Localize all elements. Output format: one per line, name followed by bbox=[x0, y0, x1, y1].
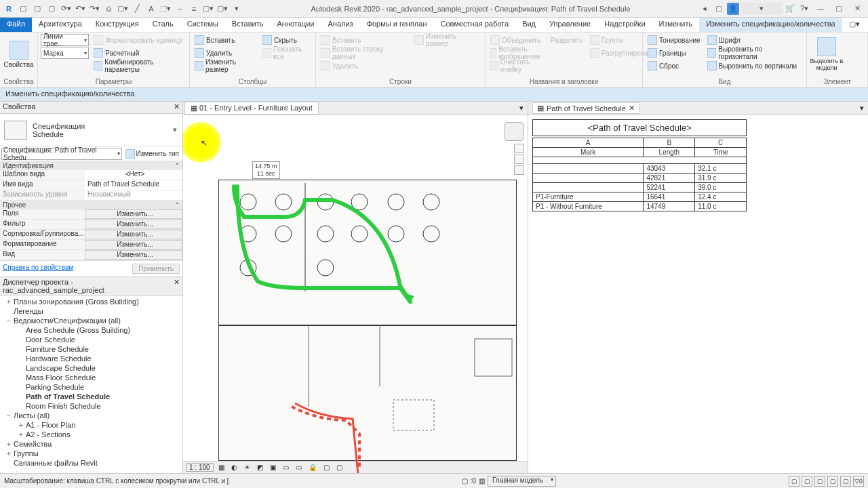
search-icon[interactable]: ◂ bbox=[698, 3, 711, 15]
props-close-icon[interactable]: ✕ bbox=[174, 102, 180, 113]
hdr-time[interactable]: Time bbox=[695, 148, 747, 157]
prop-btn-view[interactable]: Изменить... bbox=[85, 250, 182, 260]
tree-item[interactable]: Room Finish Schedule bbox=[1, 401, 181, 411]
table-row[interactable]: 4282131.9 c bbox=[533, 174, 747, 183]
user-icon[interactable]: 👤 bbox=[727, 3, 739, 15]
instance-filter-dropdown[interactable]: Спецификация: Path of Travel Schedu bbox=[1, 148, 122, 160]
text-icon[interactable]: A bbox=[145, 3, 157, 15]
prop-val-template[interactable]: <Нет> bbox=[85, 170, 182, 180]
sync-icon[interactable]: ⟳▾ bbox=[60, 3, 72, 15]
tree-item[interactable]: Furniture Schedule bbox=[1, 344, 181, 354]
font-button[interactable]: Шрифт bbox=[705, 34, 804, 46]
props-help-link[interactable]: Справка по свойствам bbox=[3, 264, 73, 274]
tree-item[interactable]: Parking Schedule bbox=[1, 382, 181, 392]
status-link-icon[interactable]: ▢ bbox=[802, 476, 812, 487]
schedule-title[interactable]: <Path of Travel Schedule> bbox=[532, 119, 747, 136]
close-win-icon[interactable]: ▢▾ bbox=[202, 3, 214, 15]
tree-item[interactable]: Landscape Schedule bbox=[1, 363, 181, 373]
minimize-button[interactable]: — bbox=[812, 3, 829, 15]
view-tab-floorplan[interactable]: ▦01 - Entry Level - Furniture Layout bbox=[184, 102, 319, 115]
borders-button[interactable]: Границы bbox=[646, 47, 703, 59]
tab-analyze[interactable]: Анализ bbox=[321, 18, 359, 32]
combine-params-button[interactable]: Комбинировать параметры bbox=[92, 60, 186, 72]
hide-col-button[interactable]: Скрыть bbox=[260, 34, 313, 46]
hdr-mark[interactable]: Mark bbox=[533, 148, 644, 157]
schedule-menu-icon[interactable]: ▾ bbox=[860, 104, 864, 113]
3d-icon[interactable]: ⬚▾ bbox=[159, 3, 172, 15]
view-tab-menu-icon[interactable]: ▾ bbox=[515, 104, 528, 113]
mark-dropdown[interactable]: Марка bbox=[41, 47, 89, 59]
tree-item[interactable]: Door Schedule bbox=[1, 335, 181, 344]
col-b[interactable]: B bbox=[644, 138, 695, 148]
table-row[interactable]: 5224139.0 c bbox=[533, 183, 747, 192]
valign-button[interactable]: Выровнить по вертикали bbox=[705, 60, 804, 72]
status-face-icon[interactable]: ▢ bbox=[840, 476, 851, 487]
close-button[interactable]: ✕ bbox=[849, 3, 865, 15]
group-ident[interactable]: Идентификация⌃ bbox=[0, 161, 182, 170]
user-menu[interactable]: ▾ bbox=[741, 3, 782, 15]
tab-modify-schedule[interactable]: Изменить спецификацию/количества bbox=[699, 18, 842, 32]
save-icon[interactable]: ▢ bbox=[31, 3, 43, 15]
tree-item[interactable]: Mass Floor Schedule bbox=[1, 373, 181, 382]
halign-button[interactable]: Выровнить по горизонтали bbox=[705, 47, 804, 59]
link-icon[interactable]: ▢▾ bbox=[216, 3, 229, 15]
tree-item[interactable]: +Группы bbox=[1, 449, 181, 458]
schedule-close-icon[interactable]: ✕ bbox=[629, 104, 635, 113]
tree-item[interactable]: +Планы зонирования (Gross Building) bbox=[1, 297, 181, 306]
tree-item[interactable]: Area Schedule (Gross Building) bbox=[1, 325, 181, 335]
open-icon[interactable]: ▢ bbox=[17, 3, 29, 15]
prop-btn-sort[interactable]: Изменить... bbox=[85, 230, 182, 239]
line-icon[interactable]: ╱ bbox=[131, 3, 143, 15]
tab-modify[interactable]: Изменить bbox=[652, 18, 700, 32]
calculated-button[interactable]: Расчетный bbox=[92, 47, 186, 59]
tab-arch[interactable]: Архитектура bbox=[32, 18, 89, 32]
tab-view[interactable]: Вид bbox=[515, 18, 542, 32]
tree-item[interactable]: +A1 - Floor Plan bbox=[1, 420, 181, 430]
tree-item[interactable]: +Семейства bbox=[1, 439, 181, 449]
tree-item[interactable]: Легенды bbox=[1, 306, 181, 316]
prop-btn-fields[interactable]: Изменить... bbox=[85, 209, 182, 219]
tree-item[interactable]: Связанные файлы Revit bbox=[1, 458, 181, 468]
maximize-button[interactable]: ▢ bbox=[831, 3, 847, 15]
tab-file[interactable]: Файл bbox=[0, 18, 32, 32]
delete-col-button[interactable]: Удалить bbox=[193, 47, 258, 59]
saveas-icon[interactable]: ▢ bbox=[45, 3, 58, 15]
col-c[interactable]: C bbox=[695, 138, 747, 148]
tab-insert[interactable]: Вставить bbox=[225, 18, 271, 32]
prop-btn-filter[interactable]: Изменить... bbox=[85, 220, 182, 229]
col-a[interactable]: A bbox=[533, 138, 644, 148]
print-icon[interactable]: ⎙ bbox=[102, 3, 115, 15]
tab-manage[interactable]: Управление bbox=[542, 18, 597, 32]
nav-icon[interactable]: → bbox=[174, 3, 186, 15]
status-icon1[interactable]: ▢ bbox=[462, 477, 468, 485]
status-req-icon[interactable]: ▢ bbox=[789, 476, 800, 487]
hdr-len[interactable]: Length bbox=[644, 148, 695, 157]
table-row[interactable]: P1 - Without Furniture1474911.0 c bbox=[533, 202, 747, 211]
cart-icon[interactable]: 🛒 bbox=[784, 3, 796, 15]
edit-type-button[interactable]: Изменить тип bbox=[123, 149, 181, 159]
status-sel-icon[interactable]: ▢ bbox=[814, 476, 825, 487]
tree-item[interactable]: +A2 - Sections bbox=[1, 430, 181, 439]
tab-annot[interactable]: Аннотации bbox=[271, 18, 321, 32]
redo-icon[interactable]: ↷▾ bbox=[88, 3, 100, 15]
tab-massing[interactable]: Формы и генплан bbox=[360, 18, 434, 32]
line-type-dropdown[interactable]: Линии трае... bbox=[41, 34, 89, 46]
resize-col-button[interactable]: Изменить размер bbox=[193, 60, 258, 72]
keys-icon[interactable]: ▢ bbox=[713, 3, 725, 15]
status-filter-icon[interactable]: ▽0 bbox=[853, 476, 864, 487]
help-icon[interactable]: ?▾ bbox=[798, 3, 810, 15]
type-selector[interactable]: Спецификация Schedule bbox=[0, 114, 182, 146]
status-drag-icon[interactable]: ▢ bbox=[827, 476, 838, 487]
reset-button[interactable]: Сброс bbox=[646, 60, 703, 72]
status-icon2[interactable]: ▥ bbox=[479, 477, 485, 485]
project-browser[interactable]: +Планы зонирования (Gross Building)Леген… bbox=[0, 296, 182, 473]
undo-icon[interactable]: ↶▾ bbox=[74, 3, 86, 15]
tab-steel[interactable]: Сталь bbox=[146, 18, 180, 32]
prop-btn-format[interactable]: Изменить... bbox=[85, 240, 182, 249]
workset-selector[interactable]: Главная модель bbox=[488, 476, 556, 487]
tab-addins[interactable]: Надстройки bbox=[597, 18, 652, 32]
tree-item[interactable]: Hardware Schedule bbox=[1, 354, 181, 363]
apply-button[interactable]: Применить bbox=[132, 264, 180, 274]
schedule-tab[interactable]: ▦ Path of Travel Schedule ✕ bbox=[532, 102, 639, 114]
table-row[interactable]: P1-Furniture1664112.4 c bbox=[533, 192, 747, 202]
